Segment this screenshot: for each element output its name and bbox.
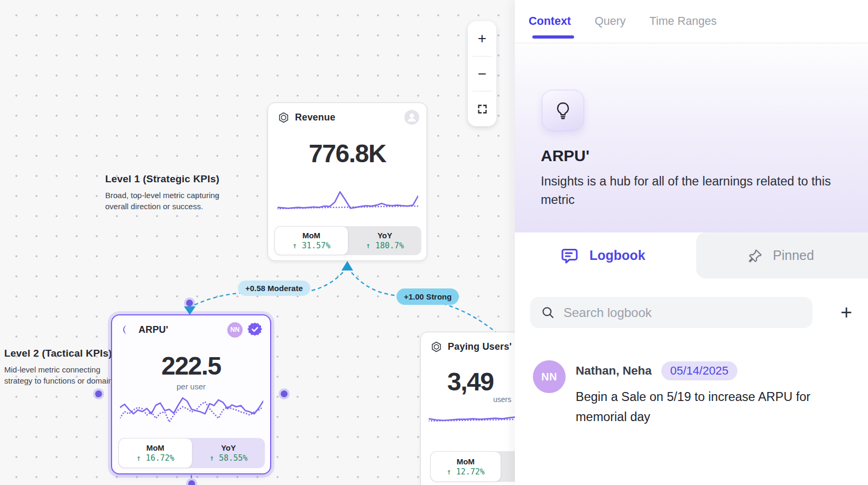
metric-card-arpu[interactable]: ARPU' NN 222.5 per user MoM ↑ 16.72% xyxy=(111,314,271,474)
metric-hexagon-icon xyxy=(430,341,442,353)
panel-tab-bar: Context Query Time Ranges xyxy=(515,0,868,43)
entry-avatar: NN xyxy=(533,360,566,393)
logbook-search-input[interactable] xyxy=(564,305,786,320)
subtab-pinned-label: Pinned xyxy=(773,248,814,263)
entry-message: Begin a Sale on 5/19 to increase ARPU fo… xyxy=(576,387,834,427)
canvas-zoom-toolbar: + − xyxy=(468,21,496,126)
person-icon xyxy=(404,110,419,125)
lightbulb-icon xyxy=(553,100,573,120)
metric-name-heading: ARPU' xyxy=(541,147,589,165)
mom-stat[interactable]: MoM ↑ 12.72% xyxy=(430,451,501,482)
entry-author: Nathan, Neha xyxy=(576,364,652,378)
tab-time-ranges[interactable]: Time Ranges xyxy=(650,15,717,28)
level-2-desc-line1: Mid-level metric connecting xyxy=(4,365,100,374)
arpu-handle-left[interactable] xyxy=(95,390,102,397)
card-title: Paying Users' xyxy=(448,341,512,352)
level-1-title: Level 1 (Strategic KPIs) xyxy=(105,173,219,185)
metric-tree-canvas[interactable]: Level 1 (Strategic KPIs) Broad, top-leve… xyxy=(0,0,515,485)
subtab-pinned[interactable]: Pinned xyxy=(747,232,814,278)
level-1-desc-line2: overall direction or success. xyxy=(105,202,203,211)
app: Level 1 (Strategic KPIs) Broad, top-leve… xyxy=(0,0,868,485)
tab-context[interactable]: Context xyxy=(529,15,571,28)
logbook-pinned-tabs: Logbook Pinned xyxy=(515,232,868,278)
metric-card-revenue[interactable]: Revenue 776.8K MoM ↑ 31.57% xyxy=(267,102,427,261)
search-icon xyxy=(541,305,555,320)
metric-unit: per user xyxy=(112,382,270,391)
metric-value: 3,49 xyxy=(447,367,493,396)
arpu-handle-top[interactable] xyxy=(186,300,193,306)
context-panel: Context Query Time Ranges ARPU' Insights… xyxy=(515,0,868,485)
logbook-search-row: + xyxy=(515,297,868,329)
edge-arrow-down-arpu xyxy=(184,306,196,315)
metric-context-header: ARPU' Insights is a hub for all of the l… xyxy=(515,43,868,232)
logbook-search-box[interactable] xyxy=(530,297,812,328)
mom-stat[interactable]: MoM ↑ 31.57% xyxy=(274,226,348,255)
subtab-logbook-label: Logbook xyxy=(589,248,645,263)
mom-stat[interactable]: MoM ↑ 16.72% xyxy=(118,438,192,468)
verified-check-icon[interactable] xyxy=(247,322,263,338)
pushpin-icon xyxy=(747,248,763,264)
metric-value: 776.8K xyxy=(268,139,427,168)
entry-date-badge[interactable]: 05/14/2025 xyxy=(661,361,737,380)
arpu-sparkline xyxy=(120,393,263,429)
level-2-desc-line2: strategy to functions or domains. xyxy=(4,376,119,385)
level-1-annotation: Level 1 (Strategic KPIs) Broad, top-leve… xyxy=(105,173,219,212)
add-logbook-entry-button[interactable]: + xyxy=(834,300,858,324)
logbook-chat-icon xyxy=(560,246,579,265)
edge-arrow-up-revenue xyxy=(341,261,353,271)
level-2-title: Level 2 (Tactical KPIs) xyxy=(4,348,119,359)
fit-view-button[interactable] xyxy=(468,91,496,126)
correlation-label-strong[interactable]: +1.00 Strong xyxy=(396,288,459,305)
metric-value: 222.5 xyxy=(112,351,270,380)
card-title: Revenue xyxy=(295,112,335,123)
insights-icon-tile xyxy=(542,90,584,131)
zoom-in-button[interactable]: + xyxy=(468,21,496,56)
active-tab-underline xyxy=(532,35,574,39)
collaborator-badge[interactable]: NN xyxy=(227,322,243,338)
level-2-annotation: Level 2 (Tactical KPIs) Mid-level metric… xyxy=(4,348,119,386)
arpu-handle-bottom[interactable] xyxy=(188,480,195,485)
tab-query[interactable]: Query xyxy=(595,15,626,28)
owner-avatar-icon[interactable] xyxy=(404,110,419,125)
subtab-logbook[interactable]: Logbook xyxy=(560,232,645,278)
metric-hexagon-icon xyxy=(278,111,290,124)
fullscreen-icon xyxy=(477,104,488,115)
correlation-label-moderate[interactable]: +0.58 Moderate xyxy=(238,281,310,296)
crescent-moon-icon xyxy=(122,324,133,335)
zoom-out-button[interactable]: − xyxy=(468,57,496,91)
metric-description: Insights is a hub for all of the learnin… xyxy=(541,172,854,209)
yoy-stat[interactable]: YoY ↑ 180.7% xyxy=(348,226,421,255)
arpu-handle-right[interactable] xyxy=(281,390,288,397)
revenue-sparkline xyxy=(278,189,418,215)
card-title: ARPU' xyxy=(138,324,168,335)
level-1-desc-line1: Broad, top-level metric capturing xyxy=(105,191,219,200)
yoy-stat[interactable]: YoY ↑ 58.55% xyxy=(192,438,265,468)
